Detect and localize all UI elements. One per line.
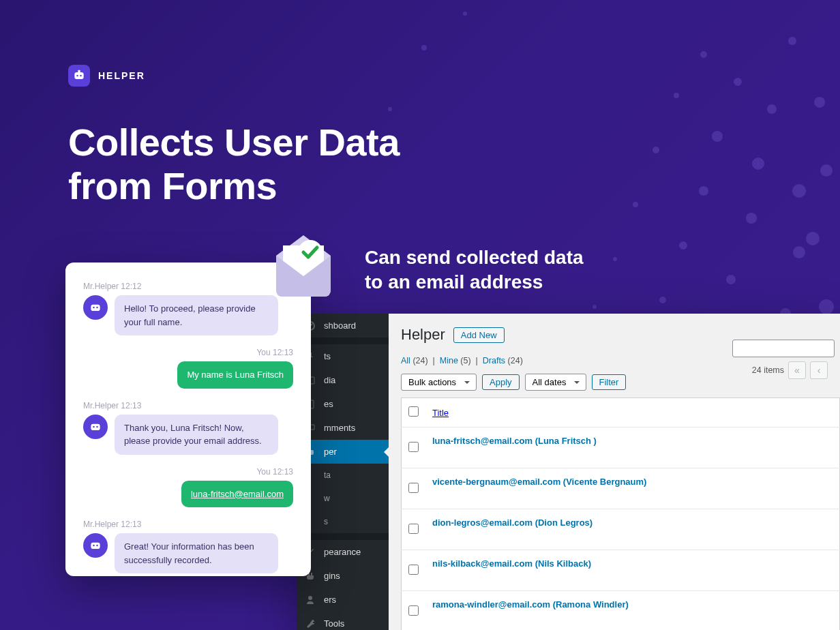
filter-button[interactable]: Filter (592, 374, 627, 390)
chat-row: Great! Your information has been success… (83, 533, 293, 573)
admin-main: Helper Add New All (24) | Mine (5) | Dra… (389, 314, 840, 630)
chat-bubble: Hello! To proceed, please provide your f… (115, 295, 278, 335)
svg-point-36 (93, 307, 95, 309)
chat-row: Hello! To proceed, please provide your f… (83, 295, 293, 335)
filter-all[interactable]: All (401, 356, 410, 365)
sidebar-label: ers (324, 595, 336, 605)
logo-icon (68, 65, 90, 87)
admin-panel: shboard ts dia es mments per ta w s pear (297, 314, 840, 630)
chat-meta: You 12:13 (83, 467, 293, 477)
sub-line2: to an email address (365, 271, 543, 292)
svg-point-43 (96, 545, 98, 547)
svg-rect-41 (91, 543, 100, 549)
svg-point-2 (767, 104, 777, 114)
headline-line1: Collects User Data (68, 121, 400, 164)
pager-prev-button[interactable]: ‹ (810, 361, 828, 379)
date-filter-select[interactable]: All dates (525, 374, 586, 391)
svg-point-6 (792, 184, 806, 198)
sidebar-label: dia (324, 375, 335, 385)
svg-point-32 (80, 75, 82, 77)
row-checkbox[interactable] (408, 524, 419, 534)
chat-row: My name is Luna Fritsch (83, 361, 293, 389)
row-checkbox[interactable] (408, 605, 419, 616)
sidebar-label: mments (324, 423, 355, 433)
user-icon (305, 595, 316, 605)
wrench-icon (305, 618, 316, 629)
table-row: ramona-windler@email.com (Ramona Windler… (402, 591, 840, 631)
svg-point-22 (814, 97, 825, 108)
sidebar-item-users[interactable]: ers (297, 588, 389, 612)
chat-panel: Mr.Helper 12:12 Hello! To proceed, pleas… (65, 262, 311, 576)
svg-point-12 (679, 241, 687, 250)
svg-point-27 (421, 45, 427, 50)
chat-meta: Mr.Helper 12:13 (83, 520, 293, 529)
svg-point-11 (633, 202, 638, 207)
table-row: nils-kilback@email.com (Nils Kilback) (402, 550, 840, 591)
svg-point-0 (700, 51, 707, 58)
bulk-actions-select[interactable]: Bulk actions (401, 374, 477, 391)
sidebar-label: Tools (324, 618, 344, 629)
sidebar-label: per (324, 447, 337, 457)
svg-point-40 (96, 425, 98, 427)
sidebar-item-tools[interactable]: Tools (297, 612, 389, 630)
chat-meta: You 12:13 (83, 348, 293, 357)
chat-meta: Mr.Helper 12:12 (83, 282, 293, 291)
svg-point-42 (93, 545, 95, 547)
svg-point-3 (674, 93, 679, 98)
row-checkbox[interactable] (408, 565, 419, 575)
svg-rect-35 (91, 305, 100, 311)
chat-row: luna-fritsch@email.com (83, 481, 293, 508)
headline: Collects User Data from Forms (68, 121, 400, 209)
search-input[interactable] (732, 340, 835, 357)
filter-all-count: (24) (412, 356, 427, 365)
entry-link[interactable]: ramona-windler@email.com (Ramona Windler… (432, 599, 629, 610)
svg-point-24 (592, 305, 597, 309)
table-row: vicente-bergnaum@email.com (Vicente Berg… (402, 468, 840, 509)
svg-point-16 (659, 297, 666, 303)
entry-link[interactable]: nils-kilback@email.com (Nils Kilback) (432, 558, 591, 569)
table-row: luna-fritsch@email.com (Luna Fritsch ) (402, 427, 840, 468)
add-new-button[interactable]: Add New (453, 327, 505, 343)
sidebar-label: shboard (324, 320, 356, 331)
item-count: 24 items (752, 365, 784, 375)
sub-line1: Can send collected data (365, 247, 584, 268)
svg-point-20 (806, 232, 820, 245)
svg-point-49 (308, 596, 312, 600)
bot-avatar-icon (83, 295, 108, 320)
svg-point-10 (793, 246, 805, 258)
filter-drafts[interactable]: Drafts (483, 356, 505, 365)
row-checkbox[interactable] (408, 442, 419, 452)
svg-point-34 (298, 240, 322, 265)
pager-first-button[interactable]: « (788, 361, 806, 379)
table-row: dion-legros@email.com (Dion Legros) (402, 509, 840, 550)
svg-point-1 (734, 78, 742, 86)
entry-link[interactable]: dion-legros@email.com (Dion Legros) (432, 518, 592, 528)
chat-bubble: Great! Your information has been success… (115, 533, 278, 573)
entry-link[interactable]: luna-fritsch@email.com (Luna Fritsch ) (432, 436, 597, 446)
entries-table: Title luna-fritsch@email.com (Luna Frits… (401, 397, 840, 630)
chat-bubble: Thank you, Luna Fritsch! Now, please pro… (115, 415, 278, 455)
svg-point-8 (699, 186, 708, 196)
filter-mine[interactable]: Mine (440, 356, 458, 365)
svg-rect-30 (74, 72, 83, 79)
row-checkbox[interactable] (408, 483, 419, 493)
svg-point-5 (752, 158, 764, 170)
headline-line2: from Forms (68, 164, 277, 207)
svg-point-19 (819, 299, 834, 314)
entry-link[interactable]: vicente-bergnaum@email.com (Vicente Berg… (432, 477, 646, 487)
subheadline: Can send collected data to an email addr… (365, 245, 584, 295)
apply-button[interactable]: Apply (482, 374, 520, 390)
svg-rect-38 (91, 423, 100, 430)
svg-point-39 (93, 425, 95, 427)
svg-point-29 (463, 12, 467, 16)
svg-point-23 (788, 37, 796, 45)
filter-mine-count: (5) (460, 356, 470, 365)
title-column-header[interactable]: Title (432, 408, 449, 418)
svg-point-21 (820, 164, 832, 177)
envelope-check-icon (262, 222, 344, 306)
svg-point-37 (96, 307, 98, 309)
email-link[interactable]: luna-fritsch@email.com (191, 489, 284, 499)
svg-point-13 (726, 275, 736, 284)
select-all-checkbox[interactable] (408, 406, 419, 417)
sidebar-label: gins (324, 571, 340, 581)
